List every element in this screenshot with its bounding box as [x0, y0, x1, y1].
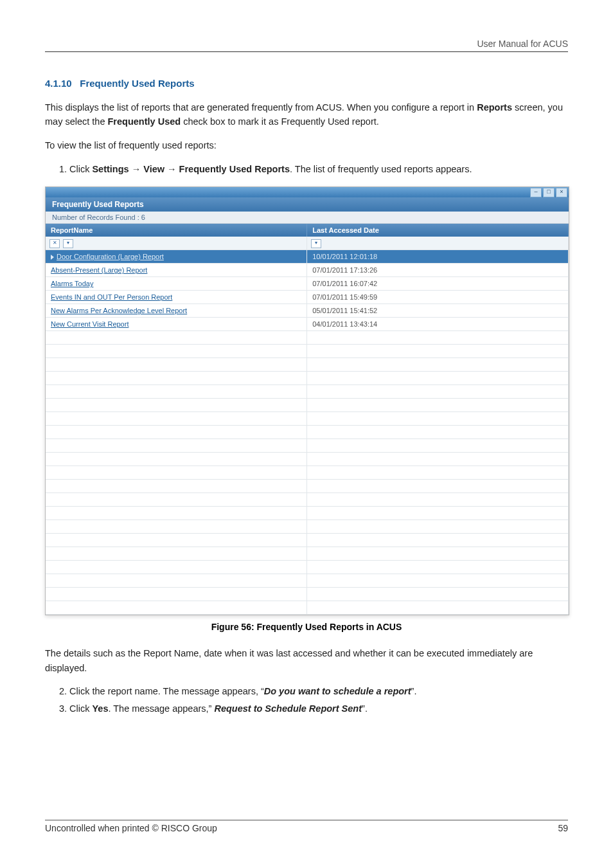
panel-title: Frequently Used Reports — [46, 197, 569, 212]
date-cell: 07/01/2011 16:07:42 — [307, 277, 569, 291]
window-titlebar: – □ × — [46, 187, 569, 197]
intro-paragraph-2: To view the list of frequently used repo… — [45, 138, 568, 152]
empty-row — [46, 345, 569, 358]
close-button[interactable]: × — [556, 188, 567, 197]
bold-yes: Yes — [92, 703, 108, 714]
column-header-reportname[interactable]: ReportName — [46, 224, 307, 237]
intro-paragraph-1: This displays the list of reports that a… — [45, 100, 568, 129]
empty-row — [46, 507, 569, 520]
filter-dropdown-icon[interactable]: ▾ — [311, 239, 321, 248]
bold-italic-message: Do you want to schedule a report — [264, 686, 411, 696]
date-cell: 04/01/2011 13:43:14 — [307, 318, 569, 331]
figure-caption: Figure 56: Frequently Used Reports in AC… — [45, 622, 568, 632]
date-cell: 05/01/2011 15:41:52 — [307, 304, 569, 318]
table-row[interactable]: New Current Visit Report 04/01/2011 13:4… — [46, 318, 569, 331]
column-header-lastaccessed[interactable]: Last Accessed Date — [307, 224, 569, 237]
step-3: Click Yes. The message appears,” Request… — [69, 701, 568, 716]
empty-row — [46, 493, 569, 507]
section-heading: 4.1.10 Frequently Used Reports — [45, 78, 568, 89]
empty-row — [46, 520, 569, 534]
row-indicator-icon — [51, 255, 54, 260]
maximize-button[interactable]: □ — [543, 188, 555, 197]
table-row[interactable]: New Alarms Per Acknowledge Level Report … — [46, 304, 569, 318]
minimize-button[interactable]: – — [530, 188, 542, 197]
empty-row — [46, 588, 569, 601]
bold-settings: Settings — [92, 164, 129, 174]
report-link[interactable]: Events IN and OUT Per Person Report — [51, 293, 172, 301]
empty-row — [46, 534, 569, 547]
report-link[interactable]: Alarms Today — [51, 280, 93, 287]
text-fragment: . The message appears,” — [108, 703, 214, 714]
bold-reports: Reports — [477, 102, 512, 113]
empty-row — [46, 574, 569, 588]
report-link[interactable]: Absent-Present (Large) Report — [51, 266, 147, 274]
filter-row: ✕ ▾ ▾ — [46, 237, 569, 250]
text-fragment: ”. — [411, 686, 417, 696]
report-link[interactable]: Door Configuration (Large) Report — [57, 253, 164, 260]
table-row[interactable]: Alarms Today 07/01/2011 16:07:42 — [46, 277, 569, 291]
doc-header: User Manual for ACUS — [45, 39, 568, 51]
filter-clear-icon[interactable]: ✕ — [49, 239, 60, 248]
arrow-icon: → — [164, 164, 179, 174]
bold-frequently-used: Frequently Used — [108, 116, 181, 127]
empty-row — [46, 439, 569, 453]
empty-row — [46, 399, 569, 412]
bold-italic-message: Request to Schedule Report Sent — [214, 703, 362, 714]
empty-row — [46, 480, 569, 493]
empty-row — [46, 453, 569, 466]
arrow-icon: → — [129, 164, 144, 174]
table-row[interactable]: Door Configuration (Large) Report 10/01/… — [46, 250, 569, 264]
bold-view: View — [143, 164, 164, 174]
empty-row — [46, 372, 569, 385]
empty-row — [46, 426, 569, 439]
empty-row — [46, 385, 569, 399]
records-found-label: Number of Records Found : 6 — [46, 212, 569, 224]
reports-table: ReportName Last Accessed Date ✕ ▾ ▾ Door… — [46, 224, 569, 615]
footer-left: Uncontrolled when printed © RISCO Group — [45, 823, 217, 833]
text-fragment: . The list of frequently used reports ap… — [290, 164, 472, 174]
bold-frequently-used-reports: Frequently Used Reports — [179, 164, 290, 174]
table-row[interactable]: Absent-Present (Large) Report 07/01/2011… — [46, 264, 569, 277]
step-1: Click Settings → View → Frequently Used … — [69, 162, 568, 176]
text-fragment: Click — [69, 703, 92, 714]
filter-dropdown-icon[interactable]: ▾ — [63, 239, 73, 248]
empty-row — [46, 358, 569, 372]
app-screenshot: – □ × Frequently Used Reports Number of … — [45, 186, 569, 615]
page-number: 59 — [558, 823, 568, 833]
text-fragment: This displays the list of reports that a… — [45, 102, 477, 113]
report-link[interactable]: New Alarms Per Acknowledge Level Report — [51, 307, 187, 314]
section-title: Frequently Used Reports — [80, 78, 194, 89]
empty-row — [46, 331, 569, 345]
date-cell: 07/01/2011 15:49:59 — [307, 291, 569, 304]
date-cell: 07/01/2011 17:13:26 — [307, 264, 569, 277]
text-fragment: Click — [69, 164, 92, 174]
empty-row — [46, 466, 569, 480]
table-row[interactable]: Events IN and OUT Per Person Report 07/0… — [46, 291, 569, 304]
text-fragment: Click the report name. The message appea… — [69, 686, 264, 696]
text-fragment: ”. — [362, 703, 368, 714]
empty-row — [46, 547, 569, 561]
date-cell: 10/01/2011 12:01:18 — [307, 250, 569, 264]
report-link[interactable]: New Current Visit Report — [51, 320, 129, 328]
step-2: Click the report name. The message appea… — [69, 684, 568, 698]
empty-row — [46, 601, 569, 615]
section-number: 4.1.10 — [45, 78, 72, 89]
details-paragraph: The details such as the Report Name, dat… — [45, 646, 568, 675]
text-fragment: check box to mark it as Frequently Used … — [181, 116, 379, 127]
empty-row — [46, 561, 569, 574]
empty-row — [46, 412, 569, 426]
